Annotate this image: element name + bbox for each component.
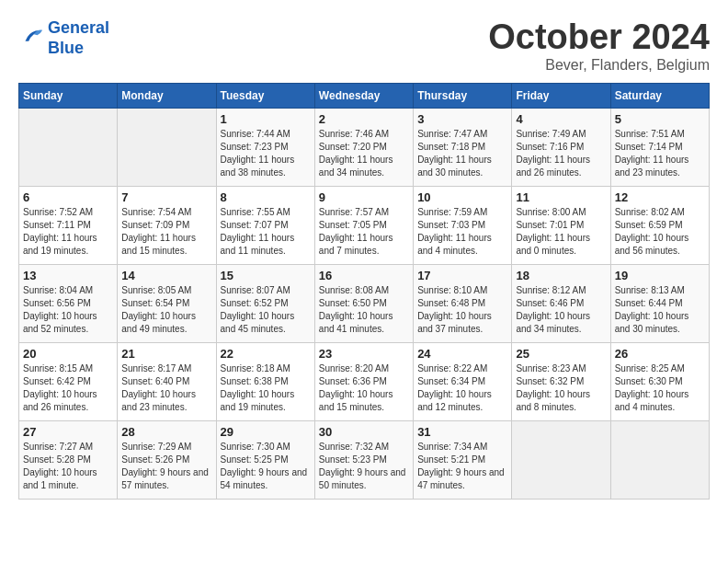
- day-info: Sunrise: 7:44 AMSunset: 7:23 PMDaylight:…: [221, 128, 311, 179]
- day-number: 12: [615, 190, 705, 204]
- day-info: Sunrise: 7:27 AMSunset: 5:28 PMDaylight:…: [23, 441, 113, 492]
- day-info: Sunrise: 7:59 AMSunset: 7:03 PMDaylight:…: [417, 206, 507, 258]
- calendar-week-row: 13Sunrise: 8:04 AMSunset: 6:56 PMDayligh…: [19, 264, 710, 342]
- day-number: 14: [121, 269, 211, 282]
- day-number: 23: [319, 347, 409, 361]
- calendar-cell: 16Sunrise: 8:08 AMSunset: 6:50 PMDayligh…: [314, 264, 413, 342]
- calendar-cell: 9Sunrise: 7:57 AMSunset: 7:05 PMDaylight…: [314, 186, 413, 264]
- calendar-cell: [512, 420, 610, 499]
- day-number: 4: [516, 112, 606, 126]
- calendar-cell: 8Sunrise: 7:55 AMSunset: 7:07 PMDaylight…: [216, 186, 314, 264]
- calendar-cell: 13Sunrise: 8:04 AMSunset: 6:56 PMDayligh…: [19, 264, 118, 342]
- calendar-cell: 5Sunrise: 7:51 AMSunset: 7:14 PMDaylight…: [610, 108, 709, 186]
- day-number: 26: [615, 347, 705, 361]
- calendar-cell: 20Sunrise: 8:15 AMSunset: 6:42 PMDayligh…: [19, 342, 118, 420]
- calendar-cell: 18Sunrise: 8:12 AMSunset: 6:46 PMDayligh…: [512, 264, 610, 342]
- day-info: Sunrise: 8:07 AMSunset: 6:52 PMDaylight:…: [221, 284, 311, 336]
- calendar-cell: 28Sunrise: 7:29 AMSunset: 5:26 PMDayligh…: [118, 420, 216, 499]
- calendar-cell: 29Sunrise: 7:30 AMSunset: 5:25 PMDayligh…: [216, 420, 314, 499]
- day-info: Sunrise: 7:49 AMSunset: 7:16 PMDaylight:…: [516, 128, 606, 179]
- day-number: 27: [23, 425, 113, 439]
- calendar-cell: [19, 108, 118, 186]
- day-info: Sunrise: 8:08 AMSunset: 6:50 PMDaylight:…: [319, 284, 409, 336]
- calendar-week-row: 6Sunrise: 7:52 AMSunset: 7:11 PMDaylight…: [19, 186, 710, 264]
- day-number: 13: [23, 269, 113, 282]
- calendar-cell: 2Sunrise: 7:46 AMSunset: 7:20 PMDaylight…: [314, 108, 413, 186]
- day-info: Sunrise: 7:54 AMSunset: 7:09 PMDaylight:…: [121, 206, 211, 258]
- header-row: SundayMondayTuesdayWednesdayThursdayFrid…: [19, 83, 710, 108]
- day-number: 21: [121, 347, 211, 361]
- calendar-cell: 31Sunrise: 7:34 AMSunset: 5:21 PMDayligh…: [414, 420, 512, 499]
- calendar-cell: 1Sunrise: 7:44 AMSunset: 7:23 PMDaylight…: [216, 108, 314, 186]
- calendar-cell: 25Sunrise: 8:23 AMSunset: 6:32 PMDayligh…: [512, 342, 610, 420]
- day-info: Sunrise: 8:18 AMSunset: 6:38 PMDaylight:…: [221, 362, 311, 414]
- calendar-cell: 7Sunrise: 7:54 AMSunset: 7:09 PMDaylight…: [118, 186, 216, 264]
- day-number: 19: [615, 269, 705, 282]
- day-header: Monday: [118, 83, 216, 108]
- calendar-week-row: 1Sunrise: 7:44 AMSunset: 7:23 PMDaylight…: [19, 108, 710, 186]
- day-header: Wednesday: [314, 83, 413, 108]
- calendar-cell: 22Sunrise: 8:18 AMSunset: 6:38 PMDayligh…: [216, 342, 314, 420]
- day-info: Sunrise: 7:55 AMSunset: 7:07 PMDaylight:…: [221, 206, 311, 258]
- day-info: Sunrise: 8:00 AMSunset: 7:01 PMDaylight:…: [516, 206, 606, 258]
- day-info: Sunrise: 7:47 AMSunset: 7:18 PMDaylight:…: [417, 128, 507, 179]
- calendar-week-row: 27Sunrise: 7:27 AMSunset: 5:28 PMDayligh…: [19, 420, 710, 499]
- calendar-week-row: 20Sunrise: 8:15 AMSunset: 6:42 PMDayligh…: [19, 342, 710, 420]
- header: General Blue October 2024 Bever, Flander…: [18, 18, 710, 74]
- day-number: 7: [121, 190, 211, 204]
- day-header: Saturday: [610, 83, 709, 108]
- calendar-cell: 12Sunrise: 8:02 AMSunset: 6:59 PMDayligh…: [610, 186, 709, 264]
- day-info: Sunrise: 7:46 AMSunset: 7:20 PMDaylight:…: [319, 128, 409, 179]
- calendar-title: October 2024: [488, 18, 710, 57]
- calendar-cell: 30Sunrise: 7:32 AMSunset: 5:23 PMDayligh…: [314, 420, 413, 499]
- day-number: 3: [417, 112, 507, 126]
- day-number: 11: [516, 190, 606, 204]
- day-header: Thursday: [414, 83, 512, 108]
- day-number: 29: [221, 425, 311, 439]
- day-info: Sunrise: 8:15 AMSunset: 6:42 PMDaylight:…: [23, 362, 113, 414]
- day-info: Sunrise: 8:05 AMSunset: 6:54 PMDaylight:…: [121, 284, 211, 336]
- day-info: Sunrise: 8:20 AMSunset: 6:36 PMDaylight:…: [319, 362, 409, 414]
- day-number: 28: [121, 425, 211, 439]
- calendar-cell: 19Sunrise: 8:13 AMSunset: 6:44 PMDayligh…: [610, 264, 709, 342]
- day-number: 2: [319, 112, 409, 126]
- calendar-cell: 10Sunrise: 7:59 AMSunset: 7:03 PMDayligh…: [414, 186, 512, 264]
- calendar-cell: 27Sunrise: 7:27 AMSunset: 5:28 PMDayligh…: [19, 420, 118, 499]
- calendar-cell: [610, 420, 709, 499]
- day-info: Sunrise: 7:34 AMSunset: 5:21 PMDaylight:…: [417, 441, 507, 492]
- day-number: 17: [417, 269, 507, 282]
- day-number: 8: [221, 190, 311, 204]
- day-info: Sunrise: 8:02 AMSunset: 6:59 PMDaylight:…: [615, 206, 705, 258]
- calendar-cell: 26Sunrise: 8:25 AMSunset: 6:30 PMDayligh…: [610, 342, 709, 420]
- calendar-subtitle: Bever, Flanders, Belgium: [488, 57, 710, 74]
- day-info: Sunrise: 8:10 AMSunset: 6:48 PMDaylight:…: [417, 284, 507, 336]
- day-number: 6: [23, 190, 113, 204]
- calendar-cell: 15Sunrise: 8:07 AMSunset: 6:52 PMDayligh…: [216, 264, 314, 342]
- day-info: Sunrise: 7:29 AMSunset: 5:26 PMDaylight:…: [121, 441, 211, 492]
- day-info: Sunrise: 7:32 AMSunset: 5:23 PMDaylight:…: [319, 441, 409, 492]
- day-number: 25: [516, 347, 606, 361]
- day-number: 15: [221, 269, 311, 282]
- calendar-cell: 14Sunrise: 8:05 AMSunset: 6:54 PMDayligh…: [118, 264, 216, 342]
- calendar-cell: 6Sunrise: 7:52 AMSunset: 7:11 PMDaylight…: [19, 186, 118, 264]
- calendar-cell: 24Sunrise: 8:22 AMSunset: 6:34 PMDayligh…: [414, 342, 512, 420]
- day-number: 20: [23, 347, 113, 361]
- day-number: 9: [319, 190, 409, 204]
- day-number: 31: [417, 425, 507, 439]
- day-info: Sunrise: 8:13 AMSunset: 6:44 PMDaylight:…: [615, 284, 705, 336]
- day-number: 22: [221, 347, 311, 361]
- day-info: Sunrise: 7:51 AMSunset: 7:14 PMDaylight:…: [615, 128, 705, 179]
- day-info: Sunrise: 8:23 AMSunset: 6:32 PMDaylight:…: [516, 362, 606, 414]
- day-info: Sunrise: 7:52 AMSunset: 7:11 PMDaylight:…: [23, 206, 113, 258]
- day-number: 5: [615, 112, 705, 126]
- day-info: Sunrise: 7:57 AMSunset: 7:05 PMDaylight:…: [319, 206, 409, 258]
- logo-icon: [18, 26, 44, 52]
- logo: General Blue: [18, 18, 109, 58]
- calendar-cell: 4Sunrise: 7:49 AMSunset: 7:16 PMDaylight…: [512, 108, 610, 186]
- day-number: 18: [516, 269, 606, 282]
- day-header: Friday: [512, 83, 610, 108]
- day-info: Sunrise: 8:17 AMSunset: 6:40 PMDaylight:…: [121, 362, 211, 414]
- day-info: Sunrise: 8:25 AMSunset: 6:30 PMDaylight:…: [615, 362, 705, 414]
- calendar-cell: 17Sunrise: 8:10 AMSunset: 6:48 PMDayligh…: [414, 264, 512, 342]
- day-info: Sunrise: 8:04 AMSunset: 6:56 PMDaylight:…: [23, 284, 113, 336]
